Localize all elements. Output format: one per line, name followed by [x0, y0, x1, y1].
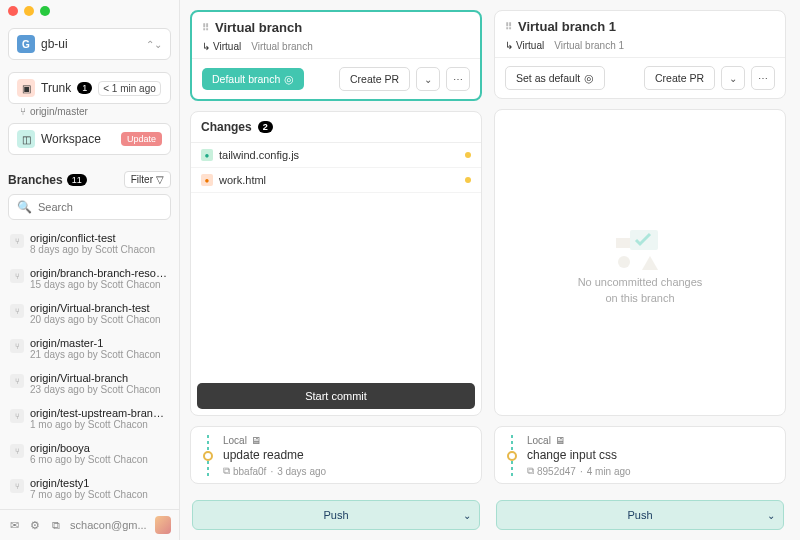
commit-message[interactable]: change input css [527, 448, 775, 462]
avatar[interactable] [155, 516, 171, 534]
chevron-updown-icon: ⌃⌄ [146, 39, 162, 50]
changed-file-row[interactable]: ● tailwind.config.js [191, 143, 481, 168]
changes-card: Changes 2 ● tailwind.config.js ● work.ht… [190, 111, 482, 416]
branch-icon: ⑂ [10, 304, 24, 318]
branch-name: origin/branch-branch-resource... [30, 267, 169, 279]
commit-age: 4 min ago [587, 466, 631, 477]
commit-card: Local🖥 update readme ⧉bbafa0f · 3 days a… [190, 426, 482, 484]
branch-item[interactable]: ⑂ origin/branch-branch-resource... 15 da… [0, 261, 179, 296]
close-window-dot[interactable] [8, 6, 18, 16]
changed-file-row[interactable]: ● work.html [191, 168, 481, 193]
empty-msg-line2: on this branch [605, 292, 674, 304]
branch-item[interactable]: ⑂ origin/testy1 7 mo ago by Scott Chacon [0, 471, 179, 506]
help-icon[interactable]: ⧉ [49, 518, 62, 532]
create-pr-dropdown[interactable]: ⌄ [721, 66, 745, 90]
workspace-columns: ⠿ Virtual branch ↳Virtual Virtual branch… [180, 0, 800, 540]
repo-logo: G [17, 35, 35, 53]
minimize-window-dot[interactable] [24, 6, 34, 16]
branch-meta: 1 mo ago by Scott Chacon [30, 419, 169, 430]
trunk-origin: ⑂ origin/master [8, 104, 171, 123]
branch-name: origin/master-1 [30, 337, 169, 349]
branch-item[interactable]: ⑂ origin/Virtual-branch-test 20 days ago… [0, 296, 179, 331]
branches-count-badge: 11 [67, 174, 87, 186]
workspace-row[interactable]: ◫ Workspace Update [8, 123, 171, 155]
drag-grip-icon[interactable]: ⠿ [202, 22, 209, 33]
tab-virtual[interactable]: ↳Virtual [202, 41, 241, 52]
commit-rail [201, 435, 215, 477]
copy-icon[interactable]: ⧉ [527, 465, 534, 477]
push-label: Push [323, 509, 348, 521]
filter-label: Filter [131, 174, 153, 185]
tab-branch-name[interactable]: Virtual branch 1 [554, 40, 624, 51]
branch-icon: ⑂ [10, 479, 24, 493]
sidebar: G gb-ui ⌃⌄ ▣ Trunk 1 < 1 min ago ⑂ origi… [0, 0, 180, 540]
branch-meta: 8 days ago by Scott Chacon [30, 244, 169, 255]
branch-meta: 7 mo ago by Scott Chacon [30, 489, 169, 500]
branch-search[interactable]: 🔍 [8, 194, 171, 220]
svg-rect-1 [616, 238, 630, 248]
tab-branch-name[interactable]: Virtual branch [251, 41, 313, 52]
chevron-down-icon[interactable]: ⌄ [767, 510, 775, 521]
branch-name: origin/Virtual-branch-test [30, 302, 169, 314]
push-button[interactable]: Push⌄ [192, 500, 480, 530]
repo-selector[interactable]: G gb-ui ⌃⌄ [8, 28, 171, 60]
branch-more-button[interactable]: ⋯ [446, 67, 470, 91]
branch-item[interactable]: ⑂ origin/conflict-test 8 days ago by Sco… [0, 226, 179, 261]
chevron-down-icon[interactable]: ⌄ [463, 510, 471, 521]
set-default-button[interactable]: Set as default◎ [505, 66, 605, 90]
laptop-icon: 🖥 [251, 435, 261, 446]
create-pr-button[interactable]: Create PR [644, 66, 715, 90]
branch-item[interactable]: ⑂ origin/Virtual-branch 23 days ago by S… [0, 366, 179, 401]
commit-sha: bbafa0f [233, 466, 266, 477]
create-pr-dropdown[interactable]: ⌄ [416, 67, 440, 91]
local-label: Local [527, 435, 551, 446]
search-input[interactable] [38, 201, 176, 213]
trunk-origin-text: origin/master [30, 106, 88, 117]
push-button[interactable]: Push⌄ [496, 500, 784, 530]
branch-icon: ⑂ [10, 234, 24, 248]
branch-meta: 6 mo ago by Scott Chacon [30, 454, 169, 465]
branch-item[interactable]: ⑂ origin/booya 6 mo ago by Scott Chacon [0, 436, 179, 471]
branch-list: ⑂ origin/conflict-test 8 days ago by Sco… [0, 226, 179, 509]
push-label: Push [627, 509, 652, 521]
window-traffic-lights [8, 6, 50, 16]
commit-card: Local🖥 change input css ⧉8952d47 · 4 min… [494, 426, 786, 484]
file-status-dot [465, 177, 471, 183]
filter-button[interactable]: Filter ▽ [124, 171, 171, 188]
target-icon: ◎ [284, 73, 294, 85]
update-pill[interactable]: Update [121, 132, 162, 146]
filter-icon: ▽ [156, 174, 164, 185]
changes-card: No uncommitted changes on this branch [494, 109, 786, 416]
trunk-row[interactable]: ▣ Trunk 1 < 1 min ago [8, 72, 171, 104]
svg-marker-3 [642, 256, 658, 270]
branch-item[interactable]: ⑂ origin/master-1 21 days ago by Scott C… [0, 331, 179, 366]
branch-meta: 23 days ago by Scott Chacon [30, 384, 169, 395]
commit-message[interactable]: update readme [223, 448, 471, 462]
trunk-label: Trunk [41, 81, 71, 95]
create-pr-button[interactable]: Create PR [339, 67, 410, 91]
branch-title: Virtual branch 1 [518, 19, 616, 34]
branch-item[interactable]: ⑂ origin/test-upstream-branch2 1 mo ago … [0, 401, 179, 436]
mail-icon[interactable]: ✉ [8, 518, 21, 532]
branch-title: Virtual branch [215, 20, 302, 35]
branch-icon: ⑂ [20, 106, 26, 117]
start-commit-button[interactable]: Start commit [197, 383, 475, 409]
drag-grip-icon[interactable]: ⠿ [505, 21, 512, 32]
branch-more-button[interactable]: ⋯ [751, 66, 775, 90]
sidebar-footer: ✉ ⚙ ⧉ schacon@gm... [0, 509, 179, 540]
branch-name: origin/test-upstream-branch2 [30, 407, 169, 419]
branch-meta: 20 days ago by Scott Chacon [30, 314, 169, 325]
empty-illustration-icon [610, 222, 670, 272]
tab-virtual[interactable]: ↳Virtual [505, 40, 544, 51]
gear-icon[interactable]: ⚙ [29, 518, 42, 532]
commit-sha: 8952d47 [537, 466, 576, 477]
trunk-count-badge: 1 [77, 82, 92, 94]
branch-header-card: ⠿ Virtual branch ↳Virtual Virtual branch… [190, 10, 482, 101]
maximize-window-dot[interactable] [40, 6, 50, 16]
svg-point-2 [618, 256, 630, 268]
copy-icon[interactable]: ⧉ [223, 465, 230, 477]
file-name: tailwind.config.js [219, 149, 299, 161]
default-branch-pill[interactable]: Default branch◎ [202, 68, 304, 90]
workspace-label: Workspace [41, 132, 101, 146]
empty-msg-line1: No uncommitted changes [578, 276, 703, 288]
